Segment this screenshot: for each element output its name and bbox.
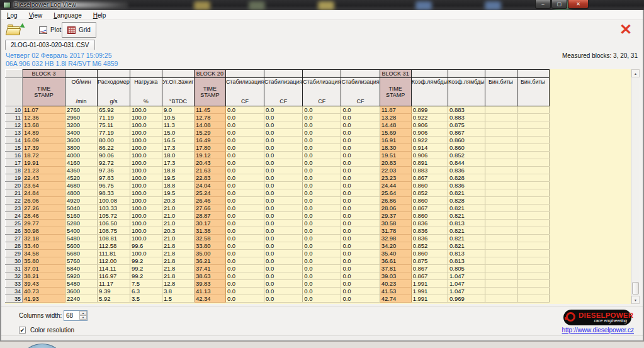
cell-value[interactable]: 65.92 bbox=[98, 106, 130, 114]
cell-value[interactable] bbox=[485, 265, 517, 272]
cell-value[interactable] bbox=[517, 167, 549, 174]
cell-value[interactable]: 11.3 bbox=[162, 121, 194, 129]
cell-value[interactable]: 77.19 bbox=[98, 129, 130, 137]
cell-value[interactable]: 0.0 bbox=[341, 295, 380, 303]
cell-value[interactable]: 86.22 bbox=[98, 144, 130, 152]
cell-value[interactable]: 106.50 bbox=[98, 220, 130, 227]
cell-timestamp[interactable]: 30.98 bbox=[23, 227, 65, 235]
cell-value[interactable]: 0.0 bbox=[303, 220, 341, 227]
cell-timestamp[interactable]: 18.30 bbox=[380, 144, 411, 152]
scrollbar-thumb[interactable] bbox=[632, 282, 639, 295]
cell-value[interactable]: 0.828 bbox=[448, 174, 485, 182]
cell-value[interactable]: 0.0 bbox=[225, 137, 264, 144]
cell-timestamp[interactable]: 14.89 bbox=[23, 129, 65, 137]
cell-value[interactable]: 0.0 bbox=[225, 174, 264, 182]
cell-value[interactable]: 4680 bbox=[65, 182, 98, 189]
cell-value[interactable]: 17.3 bbox=[162, 144, 194, 152]
cell-value[interactable]: 0.0 bbox=[341, 250, 380, 257]
cell-value[interactable] bbox=[517, 250, 549, 257]
cell-value[interactable] bbox=[485, 257, 517, 265]
column-header-timestamp[interactable]: TIMESTAMP bbox=[194, 78, 225, 106]
cell-value[interactable]: 0.0 bbox=[225, 272, 264, 280]
cell-value[interactable]: 7.5 bbox=[130, 280, 162, 288]
cell-value[interactable]: 111.81 bbox=[98, 250, 130, 257]
cell-timestamp[interactable]: 20.83 bbox=[380, 159, 411, 167]
cell-value[interactable]: 0.0 bbox=[264, 220, 303, 227]
cell-value[interactable]: 0.860 bbox=[411, 212, 448, 220]
cell-value[interactable]: 0.883 bbox=[448, 106, 485, 114]
cell-timestamp[interactable]: 22.83 bbox=[194, 174, 225, 182]
cell-value[interactable]: 0.0 bbox=[341, 144, 380, 152]
cell-value[interactable]: 0.836 bbox=[411, 235, 448, 242]
cell-value[interactable]: 0.0 bbox=[225, 129, 264, 137]
cell-value[interactable]: 20.3 bbox=[162, 197, 194, 205]
cell-timestamp[interactable]: 42.74 bbox=[380, 295, 411, 303]
cell-value[interactable] bbox=[517, 182, 549, 189]
cell-value[interactable]: 4000 bbox=[65, 152, 98, 159]
cell-value[interactable]: 0.852 bbox=[448, 152, 485, 159]
cell-timestamp[interactable]: 39.03 bbox=[380, 272, 411, 280]
cell-value[interactable]: 114.11 bbox=[98, 265, 130, 272]
cell-timestamp[interactable]: 26.06 bbox=[23, 197, 65, 205]
cell-value[interactable]: 0.0 bbox=[303, 121, 341, 129]
cell-value[interactable]: 0.0 bbox=[341, 174, 380, 182]
cell-value[interactable]: 21.0 bbox=[162, 235, 194, 242]
cell-value[interactable]: 0.0 bbox=[264, 280, 303, 288]
cell-value[interactable]: 1.047 bbox=[448, 272, 485, 280]
color-resolution-checkbox[interactable]: ✔ bbox=[19, 327, 26, 334]
cell-timestamp[interactable]: 32.18 bbox=[23, 235, 65, 242]
row-number[interactable]: 11 bbox=[6, 114, 23, 121]
cell-value[interactable] bbox=[485, 159, 517, 167]
column-header[interactable]: СтабилизацияCF bbox=[264, 78, 303, 106]
cell-value[interactable] bbox=[485, 121, 517, 129]
cell-timestamp[interactable]: 30.58 bbox=[380, 220, 411, 227]
cell-timestamp[interactable]: 23.23 bbox=[380, 174, 411, 182]
cell-value[interactable]: 1.991 bbox=[411, 288, 448, 295]
cell-value[interactable]: 9.39 bbox=[98, 288, 130, 295]
cell-value[interactable]: 0.836 bbox=[411, 220, 448, 227]
menu-language[interactable]: Language bbox=[48, 12, 88, 19]
cell-value[interactable] bbox=[517, 235, 549, 242]
cell-value[interactable] bbox=[485, 152, 517, 159]
cell-value[interactable]: 5680 bbox=[65, 250, 98, 257]
cell-value[interactable]: 0.0 bbox=[303, 272, 341, 280]
cell-timestamp[interactable]: 12.78 bbox=[194, 114, 225, 121]
cell-value[interactable]: 0.0 bbox=[225, 235, 264, 242]
cell-value[interactable]: 0.836 bbox=[448, 167, 485, 174]
cell-value[interactable] bbox=[517, 272, 549, 280]
cell-value[interactable]: 0.0 bbox=[341, 220, 380, 227]
cell-timestamp[interactable]: 26.86 bbox=[380, 197, 411, 205]
cell-value[interactable]: 5.92 bbox=[98, 295, 130, 303]
cell-value[interactable]: 0.821 bbox=[448, 227, 485, 235]
grid-button[interactable]: Grid bbox=[62, 22, 96, 38]
cell-value[interactable]: 5280 bbox=[65, 220, 98, 227]
cell-value[interactable]: 0.867 bbox=[411, 205, 448, 212]
cell-value[interactable]: 5600 bbox=[65, 242, 98, 250]
row-number[interactable]: 28 bbox=[6, 242, 23, 250]
cell-value[interactable]: 3800 bbox=[65, 144, 98, 152]
cell-value[interactable]: 0.0 bbox=[341, 288, 380, 295]
row-number[interactable]: 32 bbox=[6, 272, 23, 280]
cell-value[interactable]: 0.0 bbox=[303, 295, 341, 303]
cell-value[interactable]: 0.867 bbox=[448, 129, 485, 137]
row-number[interactable]: 22 bbox=[6, 197, 23, 205]
cell-timestamp[interactable]: 37.41 bbox=[194, 265, 225, 272]
cell-value[interactable]: 5920 bbox=[65, 272, 98, 280]
cell-value[interactable] bbox=[485, 129, 517, 137]
cell-value[interactable]: 4160 bbox=[65, 159, 98, 167]
cell-value[interactable]: 99.2 bbox=[130, 265, 162, 272]
cell-value[interactable]: 0.0 bbox=[264, 152, 303, 159]
cell-timestamp[interactable]: 26.46 bbox=[194, 197, 225, 205]
cell-timestamp[interactable]: 16.91 bbox=[380, 137, 411, 144]
cell-value[interactable]: 100.0 bbox=[130, 152, 162, 159]
cell-value[interactable] bbox=[517, 242, 549, 250]
cell-value[interactable]: 0.867 bbox=[411, 265, 448, 272]
cell-value[interactable]: 2960 bbox=[65, 114, 98, 121]
cell-value[interactable]: 18.8 bbox=[162, 167, 194, 174]
cell-timestamp[interactable]: 33.80 bbox=[194, 242, 225, 250]
cell-value[interactable] bbox=[517, 295, 549, 303]
row-number[interactable]: 30 bbox=[6, 257, 23, 265]
cell-value[interactable]: 0.0 bbox=[225, 212, 264, 220]
cell-value[interactable]: 0.0 bbox=[225, 167, 264, 174]
cell-value[interactable]: 100.0 bbox=[130, 106, 162, 114]
